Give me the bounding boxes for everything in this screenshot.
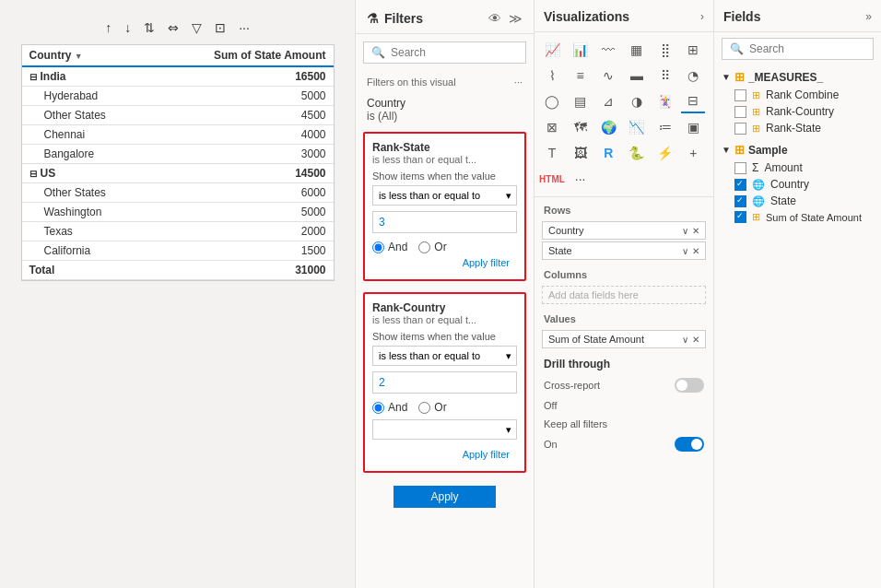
viz-map-icon[interactable]: 🗺: [569, 115, 593, 139]
chevron-down-icon[interactable]: ∨: [682, 226, 688, 236]
viz-matrix-icon[interactable]: ⊠: [540, 115, 564, 139]
eye-icon[interactable]: 👁: [488, 11, 501, 26]
viz-line-icon[interactable]: 📈: [540, 38, 564, 62]
viz-dotplot-icon[interactable]: ⠿: [653, 64, 677, 88]
viz-table-icon[interactable]: ⊟: [681, 89, 705, 113]
viz-line2-icon[interactable]: ⌇: [540, 64, 564, 88]
fields-item-country[interactable]: 🌐 Country: [714, 176, 881, 193]
close-icon-sum[interactable]: ✕: [692, 335, 699, 345]
viz-treemap-icon[interactable]: ▤: [569, 89, 593, 113]
checkbox-state[interactable]: [734, 195, 746, 207]
viz-funnel-icon[interactable]: ⊿: [596, 89, 620, 113]
rank-state-and-label[interactable]: And: [372, 241, 407, 253]
viz-pie-icon[interactable]: ◔: [681, 64, 705, 88]
viz-R-icon[interactable]: R: [596, 141, 620, 165]
apply-button[interactable]: Apply: [394, 486, 495, 508]
rank-country-second-dropdown[interactable]: [372, 419, 517, 440]
rank-state-or-label[interactable]: Or: [418, 241, 446, 253]
table-row[interactable]: California1500: [22, 241, 334, 261]
rank-country-value-input[interactable]: [372, 371, 517, 394]
table-row[interactable]: Other States6000: [22, 183, 334, 203]
fields-group-sample-header[interactable]: ▼ ⊞ Sample: [714, 140, 881, 159]
rank-country-or-radio[interactable]: [418, 402, 430, 414]
viz-scatter-icon[interactable]: ⣿: [653, 38, 677, 62]
sort-option-button[interactable]: ⇔: [164, 18, 182, 37]
rank-country-condition-dropdown[interactable]: is less than or equal to: [372, 346, 517, 366]
keep-filters-toggle[interactable]: [675, 437, 704, 452]
viz-textbox-icon[interactable]: T: [540, 141, 564, 165]
viz-bar-icon[interactable]: 📊: [569, 38, 593, 62]
filter-button[interactable]: ▽: [188, 18, 206, 37]
chevron-down-icon-sum[interactable]: ∨: [682, 335, 688, 345]
sort-desc-button[interactable]: ↓: [121, 18, 135, 37]
sort-asc-button[interactable]: ↑: [101, 18, 115, 37]
viz-area-icon[interactable]: 〰: [596, 38, 620, 62]
fields-search-input[interactable]: [749, 42, 865, 55]
add-fields-placeholder[interactable]: Add data fields here: [542, 286, 706, 304]
viz-column2-icon[interactable]: ▬: [625, 64, 649, 88]
more-button[interactable]: ···: [235, 18, 253, 37]
chevron-down-icon-state[interactable]: ∨: [682, 246, 688, 256]
viz-gauge-icon[interactable]: ◑: [625, 89, 649, 113]
fields-item-rank-combine[interactable]: ⊞ Rank Combine: [714, 87, 881, 103]
viz-card-icon[interactable]: 🃏: [653, 89, 677, 113]
viz-column-icon[interactable]: ▦: [625, 38, 649, 62]
fields-item-sum-state-amount[interactable]: ⊞ Sum of State Amount: [714, 209, 881, 225]
viz-bar2-icon[interactable]: ≡: [569, 64, 593, 88]
viz-filled-map-icon[interactable]: 🌍: [596, 115, 620, 139]
viz-python-icon[interactable]: 🐍: [625, 141, 649, 165]
viz-ellipsis-icon[interactable]: ···: [569, 167, 593, 191]
viz-slicer-icon[interactable]: ≔: [653, 115, 677, 139]
rank-state-apply-link[interactable]: Apply filter: [372, 253, 517, 272]
checkbox-sum-state-amount[interactable]: [734, 211, 746, 223]
viz-custom-icon[interactable]: +: [681, 141, 705, 165]
rank-country-apply-link[interactable]: Apply filter: [372, 445, 517, 464]
checkbox-amount[interactable]: [734, 162, 746, 174]
table-row[interactable]: ⊟US 14500: [22, 164, 334, 183]
more-options-icon[interactable]: ···: [514, 76, 523, 88]
viz-image-icon[interactable]: 🖼: [569, 141, 593, 165]
checkbox-country[interactable]: [734, 179, 746, 191]
field-tag-country[interactable]: Country ∨ ✕: [542, 221, 706, 240]
checkbox-rank-combine[interactable]: [734, 89, 746, 101]
rank-state-and-radio[interactable]: [372, 241, 384, 253]
rank-state-condition-dropdown[interactable]: is less than or equal to: [372, 185, 517, 206]
cross-report-toggle[interactable]: [675, 378, 704, 393]
rank-state-value-input[interactable]: [372, 211, 517, 233]
table-row[interactable]: Washington5000: [22, 203, 334, 222]
field-tag-state[interactable]: State ∨ ✕: [542, 241, 706, 260]
viz-html-icon[interactable]: HTML: [540, 167, 564, 191]
checkbox-rank-state[interactable]: [734, 123, 746, 135]
field-tag-sum-state-amount[interactable]: Sum of State Amount ∨ ✕: [542, 330, 706, 348]
rank-country-and-radio[interactable]: [372, 402, 384, 414]
expand-button[interactable]: ⊡: [211, 18, 229, 37]
table-row[interactable]: Other States4500: [22, 106, 334, 125]
filter-chip-country[interactable]: Country is (All): [356, 93, 534, 126]
sort-both-button[interactable]: ⇅: [140, 18, 159, 37]
table-row[interactable]: ⊟India 16500: [22, 66, 334, 87]
rank-country-and-label[interactable]: And: [372, 401, 407, 414]
viz-ai-icon[interactable]: ⚡: [653, 141, 677, 165]
fields-group-measures-header[interactable]: ▼ ⊞ _MEASURES_: [714, 67, 881, 87]
rank-country-or-label[interactable]: Or: [418, 401, 446, 414]
table-row[interactable]: Bangalore3000: [22, 145, 334, 164]
fields-item-amount[interactable]: Σ Amount: [714, 159, 881, 176]
close-icon-state[interactable]: ✕: [692, 246, 699, 256]
filters-search-input[interactable]: [391, 46, 518, 59]
viz-area2-icon[interactable]: ∿: [596, 64, 620, 88]
viz-kpi-icon[interactable]: 📉: [625, 115, 649, 139]
viz-combo-icon[interactable]: ⊞: [681, 38, 705, 62]
viz-donut-icon[interactable]: ◯: [540, 89, 564, 113]
viz-expand-icon[interactable]: ›: [700, 10, 704, 23]
table-row[interactable]: Hyderabad5000: [22, 87, 334, 106]
close-icon-country[interactable]: ✕: [692, 226, 699, 236]
fields-expand-icon[interactable]: »: [865, 10, 872, 23]
fields-item-rank-country[interactable]: ⊞ Rank-Country: [714, 103, 881, 120]
fields-item-rank-state[interactable]: ⊞ Rank-State: [714, 120, 881, 136]
checkbox-rank-country[interactable]: [734, 106, 746, 118]
fields-item-state[interactable]: 🌐 State: [714, 193, 881, 209]
rank-state-or-radio[interactable]: [418, 241, 430, 253]
table-row[interactable]: Texas2000: [22, 222, 334, 241]
expand-icon[interactable]: ≫: [509, 11, 523, 26]
col-country[interactable]: Country ▼: [22, 45, 153, 66]
